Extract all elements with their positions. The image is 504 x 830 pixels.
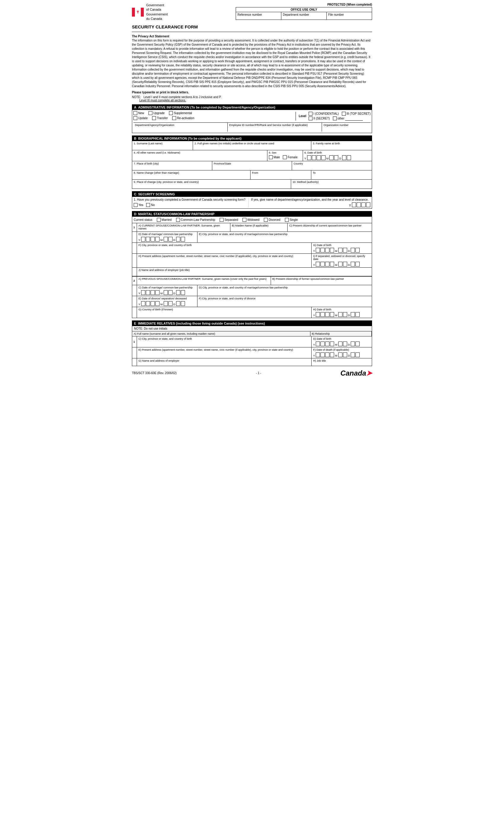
levelother-checkbox[interactable] <box>333 117 337 120</box>
bio-row-5: 9. Place of change (city, province or st… <box>132 180 372 189</box>
no-checkbox[interactable] <box>146 203 150 207</box>
checkbox-supplemental[interactable]: Supplemental <box>169 111 192 115</box>
section-b-title: BIOGRAPHICAL INFORMATION (To be complete… <box>138 137 241 140</box>
partner1-citizenship[interactable]: C) Present citizenship of current spouse… <box>288 223 372 231</box>
canada-wordmark: Canada➤ <box>340 369 372 377</box>
name-change-from[interactable]: From <box>251 170 311 179</box>
separated-checkbox-item[interactable]: Separated <box>220 218 238 222</box>
partner2-dob[interactable]: H) Date of birth Y M D <box>312 307 372 318</box>
dob-cell[interactable]: 6. Date of birth Y M D <box>303 150 372 161</box>
section-a: A ADMINISTRATIVE INFORMATION (To be comp… <box>132 104 372 133</box>
female-checkbox[interactable] <box>283 155 287 159</box>
birth-city-cell[interactable]: 7. Place of birth (city) <box>132 161 212 170</box>
partner1-marriage-city[interactable]: E) City, province or state, and country … <box>197 232 372 243</box>
office-use-fields: Reference number Department number File … <box>236 12 372 20</box>
sex-male[interactable]: Male <box>269 155 280 159</box>
family-birth-cell[interactable]: 3. Family name at birth <box>311 141 372 150</box>
screening-no[interactable]: No <box>146 203 155 207</box>
svg-rect-4 <box>137 12 138 13</box>
reference-number-field[interactable]: Reference number <box>236 12 281 20</box>
upgrade-checkbox[interactable] <box>149 111 152 115</box>
dept-org-label: Department/Agency/Organization <box>135 124 226 127</box>
widowed-checkbox-item[interactable]: Widowed <box>243 218 259 222</box>
partner2-section: 2 A) PREVIOUS SPOUSE/COMMON-LAW PARTNER:… <box>132 276 372 318</box>
partner2-divorce-city[interactable]: F) City, province or state, and country … <box>197 296 372 307</box>
privacy-title: The Privacy Act Statement <box>132 34 372 38</box>
checkbox-reactivation[interactable]: Re-activation <box>172 116 194 120</box>
level-2[interactable]: II (SECRET) <box>309 117 330 120</box>
country-cell[interactable]: Country <box>292 161 372 170</box>
department-number-field[interactable]: Department number <box>281 12 327 20</box>
level-3[interactable]: III (TOP SECRET) <box>342 112 371 116</box>
print-instruction: Please typewrite or print in block lette… <box>132 91 372 94</box>
partner2-marriage-date[interactable]: C) Date of marriage/ common-law partners… <box>137 285 197 296</box>
office-use-title: OFFICE USE ONLY <box>236 7 372 12</box>
male-checkbox[interactable] <box>269 155 273 159</box>
province-cell[interactable]: Province/State <box>212 161 292 170</box>
rel1-employer[interactable]: G) Name and address of employer <box>137 358 312 366</box>
place-of-change-cell[interactable]: 9. Place of change (city, province or st… <box>132 180 291 189</box>
rel1-job-title[interactable]: H) Job title <box>312 358 372 366</box>
rel1-address[interactable]: E) Present address (apartment number, st… <box>137 347 312 358</box>
checkbox-new[interactable]: New <box>133 111 144 115</box>
partner2-divorce-date[interactable]: E) Date of divorce/ separation/ deceased… <box>137 296 197 307</box>
partner1-row-num: 1 <box>132 223 137 231</box>
emp-id-field[interactable]: Employee ID number/PRI/Rank and Service … <box>228 123 322 132</box>
rel1-dob[interactable]: D) Date of birth Y M D <box>312 337 372 347</box>
level3-checkbox[interactable] <box>342 112 346 116</box>
section-d-title: MARITAL STATUS/COMMON-LAW PARTNERSHIP <box>138 212 214 216</box>
divorced-checkbox-item[interactable]: Divorced <box>264 218 280 222</box>
partner1-marriage-date[interactable]: D) Date of marriage/ common-law partners… <box>137 232 197 243</box>
screening-yes[interactable]: Yes <box>134 203 143 207</box>
checkbox-update[interactable]: Update <box>133 116 148 120</box>
single-checkbox-item[interactable]: Single <box>285 218 298 222</box>
update-checkbox[interactable] <box>133 116 137 120</box>
org-num-field[interactable]: Organization number <box>322 123 371 132</box>
level-other[interactable]: other <box>333 117 363 121</box>
level-1[interactable]: I (CONFIDENTIAL) <box>309 112 339 116</box>
partner1-maiden[interactable]: B) Maiden Name (if applicable) <box>230 223 288 231</box>
sex-female[interactable]: Female <box>283 155 297 159</box>
partner1-birth-city[interactable]: F) City, province or state, and country … <box>137 243 312 253</box>
name-change-to[interactable]: To <box>311 170 372 179</box>
partner2-marriage-city[interactable]: D) City, province or state, and country … <box>197 285 372 296</box>
relative-1: 1 C) City, province or state, and countr… <box>132 337 372 366</box>
org-num-label: Organization number <box>323 124 369 127</box>
common-law-checkbox-item[interactable]: Common-Law Partnership <box>176 218 215 222</box>
level1-checkbox[interactable] <box>309 112 313 116</box>
supplemental-checkbox[interactable] <box>169 111 173 115</box>
file-number-field[interactable]: File number <box>327 12 372 20</box>
rel1-birth-place[interactable]: C) City, province or state, and country … <box>137 337 312 347</box>
page-header: Government of Canada Gouvernement du Can… <box>132 3 372 21</box>
rel-note: NOTE: Do not use initials <box>132 326 372 331</box>
name-change-cell[interactable]: 8. Name change (other than marriage) <box>132 170 251 179</box>
yes-checkbox[interactable] <box>134 203 137 207</box>
checkbox-upgrade[interactable]: Upgrade <box>149 111 164 115</box>
bio-row-3: 7. Place of birth (city) Province/State … <box>132 161 372 170</box>
transfer-checkbox[interactable] <box>152 116 156 120</box>
other-names-cell[interactable]: 4. All other names used (i.e. Nickname) <box>132 150 267 161</box>
reactivation-checkbox[interactable] <box>172 116 176 120</box>
emp-id-label: Employee ID number/PRI/Rank and Service … <box>229 124 320 127</box>
partner1-name[interactable]: A) CURRENT SPOUSE/COMMON-LAW PARTNER: Su… <box>137 223 230 231</box>
partner1-address[interactable]: H) Present address (apartment number, st… <box>137 254 312 267</box>
partner2-birth-country[interactable]: G) Country of Birth (if known) <box>137 307 312 318</box>
surname-cell[interactable]: 1. Surname (Last name) <box>132 141 193 150</box>
dept-org-field[interactable]: Department/Agency/Organization <box>133 123 228 132</box>
married-checkbox-item[interactable]: Married <box>157 218 172 222</box>
partner2-citizenship[interactable]: B) Present citizenship of former spouse/… <box>271 277 372 285</box>
partner1-employer[interactable]: J) Name and address of employer (job tit… <box>137 268 372 276</box>
level2-checkbox[interactable] <box>309 117 313 120</box>
new-checkbox[interactable] <box>133 111 137 115</box>
section-d: D MARITAL STATUS/COMMON-LAW PARTNERSHIP … <box>132 211 372 318</box>
partner1-separated-date[interactable]: I) If separated, widowed or divorced, sp… <box>312 254 372 267</box>
screening-question: 1. Have you previously completed a Gover… <box>134 198 246 207</box>
checkbox-transfer[interactable]: Transfer <box>152 116 168 120</box>
partner2-name[interactable]: A) PREVIOUS SPOUSE/COMMON-LAW PARTNER: S… <box>137 277 271 285</box>
partner1-dob[interactable]: G) Date of birth Y M D <box>312 243 372 253</box>
given-names-cell[interactable]: 2. Full given names (no initials) underl… <box>193 141 311 150</box>
svg-rect-2 <box>141 8 144 17</box>
rel1-death-date[interactable]: F) Date of death (if applicable) Y M D <box>312 347 372 358</box>
method-authority-cell[interactable]: 10. Method (authority) <box>291 180 372 189</box>
admin-row-1: New Upgrade Supplemental <box>133 111 293 115</box>
